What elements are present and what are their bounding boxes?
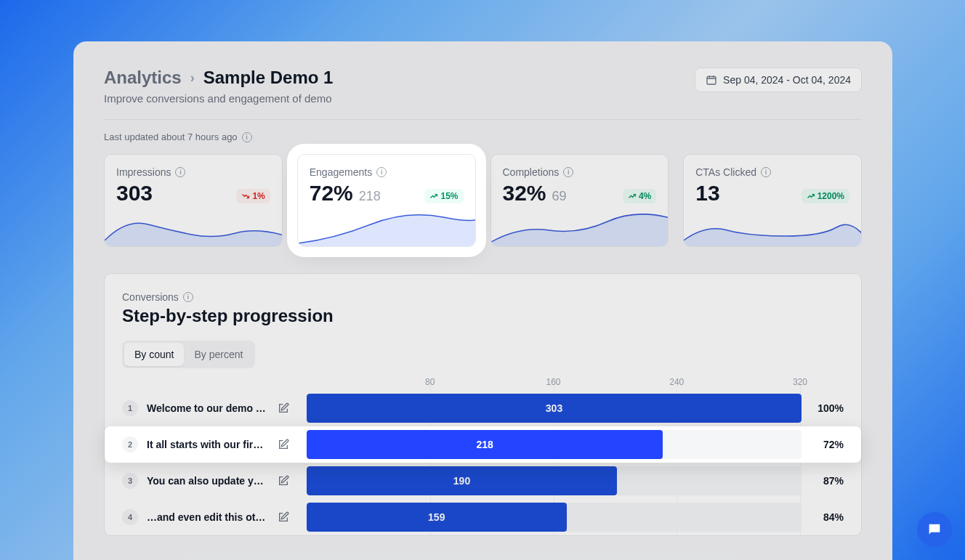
date-range-picker[interactable]: Sep 04, 2024 - Oct 04, 2024 — [695, 68, 862, 92]
chat-button[interactable] — [917, 512, 952, 547]
axis-tick: 160 — [546, 377, 560, 387]
card-title: Completions — [503, 166, 560, 178]
page-subtitle: Improve conversions and engagement of de… — [104, 92, 333, 105]
card-secondary: 69 — [552, 189, 567, 204]
card-value: 303 — [116, 181, 153, 206]
step-number: 3 — [122, 473, 138, 489]
axis-tick: 80 — [425, 377, 435, 387]
info-icon[interactable]: i — [175, 167, 185, 177]
info-icon[interactable]: i — [761, 167, 771, 177]
sparkline — [491, 211, 669, 246]
sparkline — [298, 211, 476, 246]
info-icon[interactable]: i — [183, 292, 193, 302]
breadcrumb-parent[interactable]: Analytics — [104, 68, 182, 88]
breadcrumb: Analytics › Sample Demo 1 — [104, 68, 333, 88]
tab-by-percent[interactable]: By percent — [184, 343, 253, 366]
info-icon[interactable]: i — [563, 167, 573, 177]
edit-icon[interactable] — [278, 402, 289, 414]
breadcrumb-current: Sample Demo 1 — [203, 68, 334, 88]
bar-fill: 303 — [307, 394, 802, 423]
edit-icon[interactable] — [278, 439, 289, 450]
step-number: 1 — [122, 400, 138, 416]
calendar-icon — [706, 74, 717, 86]
card-title: Impressions — [116, 166, 171, 178]
conversions-title: Step-by-step progression — [122, 306, 844, 326]
step-chart: 80 160 240 320 1 Welcome to our demo … 3… — [122, 377, 844, 535]
card-value: 72% — [310, 181, 353, 206]
date-range-text: Sep 04, 2024 - Oct 04, 2024 — [723, 74, 851, 86]
bar-track: 159 — [307, 503, 802, 532]
chart-rows: 1 Welcome to our demo … 303 100% 2 It al… — [122, 390, 844, 535]
edit-icon[interactable] — [278, 511, 289, 523]
view-toggle: By count By percent — [122, 341, 255, 368]
bar-track: 303 — [307, 394, 802, 423]
analytics-panel: Analytics › Sample Demo 1 Improve conver… — [73, 41, 892, 560]
conversions-card: Conversionsi Step-by-step progression By… — [104, 273, 862, 536]
conversions-label: Conversionsi — [122, 291, 844, 303]
sparkline — [684, 211, 862, 246]
step-number: 2 — [122, 437, 138, 453]
divider — [104, 119, 862, 120]
trend-up-icon — [628, 192, 637, 200]
step-percent: 84% — [810, 511, 844, 523]
step-row-highlighted: 2 It all starts with our fir… 218 72% — [105, 426, 861, 463]
info-icon[interactable]: i — [376, 167, 387, 177]
step-row: 3 You can also update y… 190 87% — [122, 463, 844, 499]
bar-fill: 218 — [307, 430, 663, 459]
step-row: 4 …and even edit this ot… 159 84% — [122, 499, 844, 535]
tab-by-count[interactable]: By count — [124, 343, 184, 366]
metric-cards: Impressionsi 303 1% Engagementsi 72%218 … — [104, 154, 862, 247]
step-label: You can also update y… — [147, 475, 269, 487]
card-completions[interactable]: Completionsi 32%69 4% — [490, 154, 669, 247]
last-updated-text: Last updated about 7 hours ago — [104, 131, 238, 142]
chevron-right-icon: › — [190, 70, 195, 86]
trend-down-icon — [241, 192, 250, 200]
sparkline — [105, 211, 283, 246]
last-updated: Last updated about 7 hours ago i — [104, 131, 862, 142]
delta-badge: 1200% — [802, 189, 849, 203]
step-label: Welcome to our demo … — [147, 402, 269, 414]
step-row: 1 Welcome to our demo … 303 100% — [122, 390, 844, 426]
card-secondary: 218 — [359, 189, 381, 204]
card-value: 13 — [695, 181, 719, 206]
step-percent: 72% — [810, 439, 844, 450]
axis-tick: 320 — [793, 377, 807, 387]
card-engagements[interactable]: Engagementsi 72%218 15% — [297, 154, 476, 247]
step-label: It all starts with our fir… — [147, 439, 269, 450]
delta-badge: 4% — [623, 189, 656, 203]
bar-fill: 190 — [307, 466, 617, 495]
edit-icon[interactable] — [278, 475, 289, 487]
card-title: Engagements — [310, 166, 372, 178]
card-impressions[interactable]: Impressionsi 303 1% — [104, 154, 283, 247]
card-title: CTAs Clicked — [695, 166, 756, 178]
step-percent: 100% — [810, 402, 844, 414]
card-value: 32% — [503, 181, 546, 206]
step-number: 4 — [122, 509, 138, 525]
x-axis: 80 160 240 320 — [307, 377, 800, 390]
step-label: …and even edit this ot… — [147, 511, 269, 523]
info-icon[interactable]: i — [242, 132, 252, 142]
bar-fill: 159 — [307, 503, 567, 532]
trend-up-icon — [429, 192, 438, 200]
axis-tick: 240 — [669, 377, 684, 387]
delta-badge: 1% — [236, 189, 270, 203]
bar-track: 190 — [307, 466, 802, 495]
chat-icon — [926, 522, 942, 537]
step-percent: 87% — [810, 475, 844, 487]
bar-track: 218 — [307, 430, 802, 459]
card-ctas[interactable]: CTAs Clickedi 13 1200% — [683, 154, 862, 247]
page-header: Analytics › Sample Demo 1 Improve conver… — [104, 68, 862, 105]
svg-rect-0 — [707, 76, 716, 84]
delta-badge: 15% — [424, 189, 463, 203]
trend-up-icon — [807, 192, 815, 200]
